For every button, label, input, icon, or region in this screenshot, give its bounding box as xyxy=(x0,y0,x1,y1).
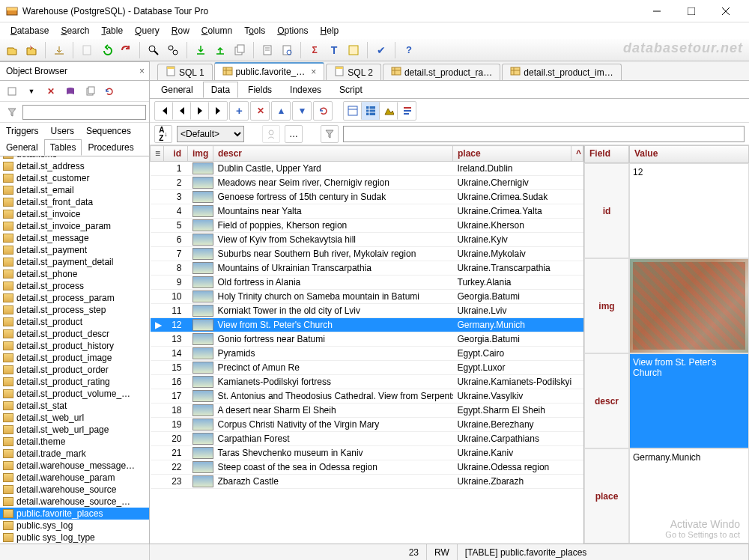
cell-descr[interactable]: Field of poppies, Kherson region xyxy=(213,219,453,233)
detail-value-descr[interactable]: View from St. Peter's Church xyxy=(629,353,749,448)
export-button[interactable] xyxy=(50,41,68,59)
close-tab-icon[interactable]: × xyxy=(311,67,316,77)
table-row[interactable]: 2Meadows near Seim river, Chernigiv regi… xyxy=(151,176,583,190)
cell-place[interactable]: Ukraine.Crimea.Sudak xyxy=(453,190,571,204)
object-list-item[interactable]: detail.st_product_rating xyxy=(0,376,149,388)
object-list-item[interactable]: detail.st_email xyxy=(0,184,149,196)
object-list-item[interactable]: public.favorite_places xyxy=(0,508,149,520)
col-img[interactable]: img xyxy=(188,146,213,162)
cell-id[interactable]: 1 xyxy=(164,162,188,176)
object-list-item[interactable]: detail.warehouse_message… xyxy=(0,460,149,472)
cell-img[interactable] xyxy=(188,204,213,219)
menu-database[interactable]: Database xyxy=(4,25,55,36)
tab-procedures[interactable]: Procedures xyxy=(82,139,139,156)
object-list-item[interactable]: detail.st_stat xyxy=(0,400,149,412)
object-list-item[interactable]: detail.st_product_image xyxy=(0,352,149,364)
cell-id[interactable]: 4 xyxy=(164,204,188,219)
cell-descr[interactable]: Precinct of Amun Re xyxy=(213,361,453,375)
cell-place[interactable]: Georgia.Batumi xyxy=(453,332,571,347)
table-row[interactable]: 3Genoese fortress of 15th century in Sud… xyxy=(151,190,583,204)
table-row[interactable]: 17St. Antonius and Theodosius Cathedral.… xyxy=(151,389,583,404)
delete-object-button[interactable]: ✕ xyxy=(42,82,60,100)
table-row[interactable]: ▶12View from St. Peter's ChurchGermany.M… xyxy=(151,318,583,332)
object-list-item[interactable]: detail.st_product_descr xyxy=(0,328,149,340)
cell-descr[interactable]: Korniakt Tower in the old city of Lviv xyxy=(213,304,453,318)
cell-descr[interactable]: Mountains near Yalta xyxy=(213,204,453,219)
col-descr[interactable]: descr xyxy=(213,146,453,162)
sort-button[interactable]: AZ↓ xyxy=(154,125,172,143)
object-list-item[interactable]: detail.st_product_volume_… xyxy=(0,388,149,400)
cell-place[interactable]: Ukraine.Vasylkiv xyxy=(453,389,571,404)
object-list-item[interactable]: detail.st_payment xyxy=(0,244,149,256)
help-button[interactable]: ? xyxy=(400,41,418,59)
table-row[interactable]: 13Gonio fortress near BatumiGeorgia.Batu… xyxy=(151,332,583,347)
text-tool-button[interactable]: T xyxy=(325,41,343,59)
cell-descr[interactable]: Pyramids xyxy=(213,347,453,361)
report-button[interactable] xyxy=(258,41,276,59)
object-list-item[interactable]: detail.st_invoice xyxy=(0,208,149,220)
file-tab[interactable]: SQL 1 xyxy=(157,64,213,80)
cell-descr[interactable]: View of Kyiv from Schekavytsia hill xyxy=(213,233,453,247)
object-list-item[interactable]: detail.st_web_url xyxy=(0,412,149,424)
table-row[interactable]: 22Steep coast of the sea in Odessa regio… xyxy=(151,460,583,475)
cell-img[interactable] xyxy=(188,162,213,176)
export2-button[interactable] xyxy=(211,41,229,59)
first-record-button[interactable] xyxy=(155,102,173,120)
tab-triggers[interactable]: Triggers xyxy=(0,123,45,139)
cell-id[interactable]: 13 xyxy=(164,332,188,347)
cell-id[interactable]: 8 xyxy=(164,261,188,276)
insert-record-button[interactable]: + xyxy=(230,102,248,120)
cell-id[interactable]: 19 xyxy=(164,418,188,432)
cell-descr[interactable]: Kamianets-Podilskyi fortress xyxy=(213,375,453,389)
cell-descr[interactable]: Holy Trinity church on Sameba mountain i… xyxy=(213,290,453,304)
cell-id[interactable]: 16 xyxy=(164,375,188,389)
cell-place[interactable]: Egypt.Sharm El Sheih xyxy=(453,404,571,418)
object-list-item[interactable]: detail.theme xyxy=(0,436,149,448)
cell-place[interactable]: Ukraine.Kamianets-Podilskyi xyxy=(453,375,571,389)
cell-place[interactable]: Germany.Munich xyxy=(453,318,571,332)
cell-img[interactable] xyxy=(188,276,213,290)
open-file-button[interactable] xyxy=(22,41,40,59)
object-list-item[interactable]: public.sys_log xyxy=(0,520,149,532)
find-replace-button[interactable] xyxy=(164,41,182,59)
import-button[interactable] xyxy=(192,41,210,59)
detail-value-id[interactable]: 12 xyxy=(629,163,749,258)
move-up-button[interactable]: ▲ xyxy=(272,102,290,120)
cell-place[interactable]: Ukraine.Kherson xyxy=(453,219,571,233)
cell-id[interactable]: 5 xyxy=(164,219,188,233)
data-grid[interactable]: ≡ id img descr place ^ 1Dublin Castle, U… xyxy=(150,145,583,544)
cell-descr[interactable]: Zbarazh Castle xyxy=(213,475,453,489)
cell-id[interactable]: 18 xyxy=(164,404,188,418)
table-row[interactable]: 10Holy Trinity church on Sameba mountain… xyxy=(151,290,583,304)
find-button[interactable] xyxy=(145,41,163,59)
object-list-item[interactable]: detail.st_phone xyxy=(0,268,149,280)
object-list-item[interactable]: detail.st_product_order xyxy=(0,364,149,376)
table-row[interactable]: 15Precinct of Amun ReEgypt.Luxor xyxy=(151,361,583,375)
cell-descr[interactable]: Carpathian Forest xyxy=(213,432,453,446)
book-button[interactable] xyxy=(61,82,79,100)
table-row[interactable]: 18A desert near Sharm El SheihEgypt.Shar… xyxy=(151,404,583,418)
object-list-item[interactable]: detail.st_invoice_param xyxy=(0,220,149,232)
col-place[interactable]: place xyxy=(453,146,571,162)
table-row[interactable]: 16Kamianets-Podilskyi fortressUkraine.Ka… xyxy=(151,375,583,389)
cell-descr[interactable]: Steep coast of the sea in Odessa region xyxy=(213,460,453,475)
cell-descr[interactable]: Corpus Christi Nativity of the Virgin Ma… xyxy=(213,418,453,432)
move-down-button[interactable]: ▼ xyxy=(293,102,311,120)
cell-id[interactable]: 11 xyxy=(164,304,188,318)
cell-img[interactable] xyxy=(188,418,213,432)
cell-id[interactable]: 10 xyxy=(164,290,188,304)
filter-funnel-button[interactable] xyxy=(321,125,339,143)
copy-button[interactable] xyxy=(81,82,99,100)
cell-img[interactable] xyxy=(188,375,213,389)
file-tab[interactable]: detail.st_product_ra… xyxy=(383,64,500,80)
cell-descr[interactable]: Suburbs near Southern Buh river, Mykolai… xyxy=(213,247,453,261)
menu-help[interactable]: Help xyxy=(315,25,345,36)
sort-dropdown[interactable]: <Default> xyxy=(177,126,244,142)
cell-descr[interactable]: Taras Shevchenko museum in Kaniv xyxy=(213,446,453,460)
cell-img[interactable] xyxy=(188,176,213,190)
undo-button[interactable] xyxy=(97,41,115,59)
col-id[interactable]: id xyxy=(164,146,188,162)
subtab-indexes[interactable]: Indexes xyxy=(282,82,330,98)
cell-img[interactable] xyxy=(188,460,213,475)
object-list-item[interactable]: detail.warehouse_source xyxy=(0,484,149,496)
